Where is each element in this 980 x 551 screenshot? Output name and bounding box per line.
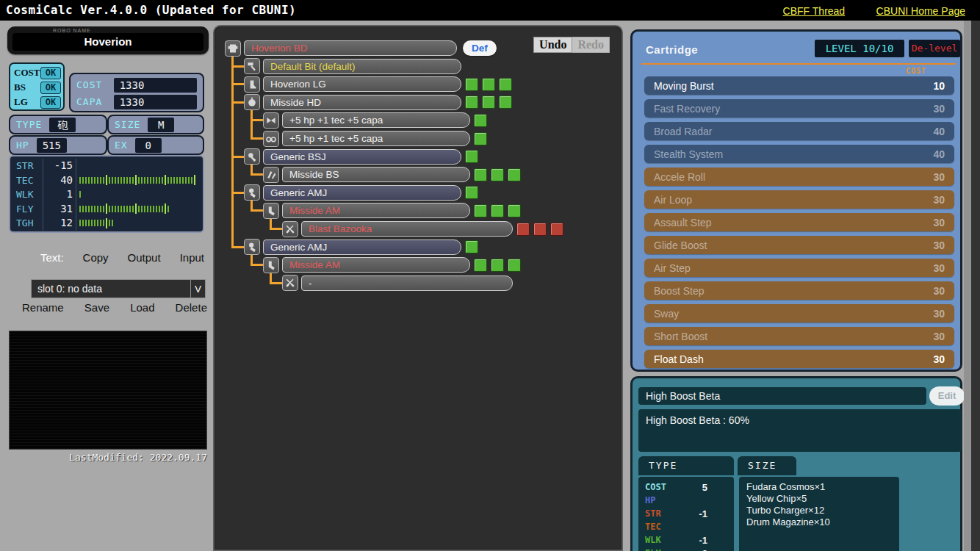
slot-square[interactable] <box>499 96 512 109</box>
field-size: SIZEM <box>107 115 204 134</box>
weapon-icon[interactable] <box>282 275 298 291</box>
cartridge-row[interactable]: Air Loop30 <box>644 190 954 209</box>
arm-icon[interactable] <box>263 257 279 273</box>
link-cbuni-home[interactable]: CBUNI Home Page <box>872 5 970 17</box>
save-slot-dropdown[interactable]: slot 0: no data V <box>31 279 206 298</box>
cartridge-row[interactable]: Short Boost30 <box>644 327 954 345</box>
cartridge-row[interactable]: Glide Boost30 <box>644 236 954 254</box>
robo-name-plate: ROBO NAME Hoverion <box>7 26 209 54</box>
slot-square[interactable] <box>474 259 487 272</box>
tune-stat-label: HP <box>638 495 672 505</box>
slot-square[interactable] <box>465 78 478 91</box>
edit-button[interactable]: Edit <box>929 386 965 406</box>
arm-icon[interactable] <box>263 203 279 219</box>
cartridge-name: Moving Burst <box>654 80 714 92</box>
stat-tick <box>159 206 160 212</box>
tab-size[interactable]: SIZE <box>738 456 796 475</box>
leg-icon[interactable] <box>244 76 260 93</box>
cartridge-row[interactable]: Assault Step30 <box>644 213 954 231</box>
slot-square[interactable] <box>499 78 512 91</box>
tune-name-field[interactable]: High Boost Beta <box>638 387 926 405</box>
stat-label: TGH <box>10 217 43 228</box>
slot-square[interactable] <box>491 204 504 217</box>
slot-rename-button[interactable]: Rename <box>22 301 64 314</box>
redo-button[interactable]: Redo <box>572 37 610 53</box>
slot-delete-button[interactable]: Delete <box>176 301 207 314</box>
slot-load-button[interactable]: Load <box>130 301 154 314</box>
slot-square[interactable] <box>482 78 495 91</box>
part-bar[interactable]: Misside AM <box>282 257 470 273</box>
cartridge-row[interactable]: Broad Radar40 <box>644 122 954 140</box>
cartridge-row[interactable]: Fast Recovery30 <box>644 99 954 118</box>
slot-square[interactable] <box>474 204 487 217</box>
slot-square[interactable] <box>465 96 478 109</box>
text-copy-button[interactable]: Copy <box>83 251 109 264</box>
body-icon[interactable] <box>225 40 241 57</box>
part-bar[interactable]: Generic AMJ <box>263 185 461 201</box>
part-bar[interactable]: - <box>301 276 513 291</box>
part-bar[interactable]: Blast Bazooka <box>301 221 513 237</box>
undo-button[interactable]: Undo <box>533 37 572 53</box>
part-bar[interactable]: Default Bit (default) <box>263 59 461 74</box>
tune-stat-value: 2 <box>672 548 707 551</box>
stat-value: -15 <box>43 159 76 173</box>
robot-stats: STR-15TEC40WLK1FLY31TGH12 <box>9 155 204 233</box>
stat-tick <box>162 177 163 184</box>
part-bar[interactable]: +5 hp +1 tec +5 capa <box>282 131 470 146</box>
slot-square[interactable] <box>474 114 487 127</box>
text-input-button[interactable]: Input <box>180 251 204 264</box>
cartridge-row[interactable]: Sway30 <box>644 304 954 323</box>
field-label: TYPE <box>16 119 42 130</box>
weapon-icon[interactable] <box>282 221 298 237</box>
booster-icon[interactable] <box>263 167 279 183</box>
cartridge-row[interactable]: Float Dash30 <box>644 350 954 368</box>
cartridge-row[interactable]: Air Step30 <box>644 259 954 277</box>
slot-square[interactable] <box>465 186 478 199</box>
ribbon-icon[interactable] <box>263 112 279 129</box>
am-joint-icon[interactable] <box>244 239 260 255</box>
slot-square[interactable] <box>491 259 504 272</box>
slot-square[interactable] <box>465 240 478 253</box>
tree-node: Hoverion BDDef <box>225 40 497 57</box>
slot-square[interactable] <box>474 132 487 145</box>
stat-tick <box>112 206 113 212</box>
slot-square[interactable] <box>550 223 563 236</box>
part-bar[interactable]: Misside BS <box>282 167 470 182</box>
slot-square[interactable] <box>474 168 487 181</box>
cartridge-row[interactable]: Boost Step30 <box>644 281 954 300</box>
part-bar[interactable]: Misside AM <box>282 203 470 218</box>
slot-square[interactable] <box>508 168 521 181</box>
part-bar[interactable]: Misside HD <box>263 95 461 110</box>
slot-square[interactable] <box>482 96 495 109</box>
robo-name[interactable]: Hoverion <box>12 33 203 51</box>
slot-square[interactable] <box>508 259 521 272</box>
cartridge-cost: 30 <box>933 240 945 251</box>
slot-square[interactable] <box>508 204 521 217</box>
parts-tree-panel: Undo Redo Hoverion BDDefDefault Bit (def… <box>213 25 623 551</box>
cartridge-row[interactable]: Accele Roll30 <box>644 168 954 186</box>
tree-node: +5 hp +1 tec +5 capa <box>263 130 487 147</box>
part-bar[interactable]: +5 hp +1 tec +5 capa <box>282 112 470 128</box>
bs-joint-icon[interactable] <box>244 148 260 165</box>
part-bar[interactable]: Hoverion LG <box>263 76 461 92</box>
text-output-button[interactable]: Output <box>128 251 161 264</box>
link-cbff-thread[interactable]: CBFF Thread <box>779 5 850 17</box>
cartridge-row[interactable]: Stealth System40 <box>644 145 954 163</box>
delevel-button[interactable]: De-level <box>909 40 960 57</box>
bit-icon[interactable] <box>244 58 260 74</box>
slot-square[interactable] <box>533 223 547 236</box>
am-joint-icon[interactable] <box>244 184 260 201</box>
part-bar[interactable]: Generic AMJ <box>263 240 461 255</box>
stat-tick <box>106 204 107 214</box>
part-bar[interactable]: Generic BSJ <box>263 149 461 165</box>
slot-square[interactable] <box>491 168 504 181</box>
slot-save-button[interactable]: Save <box>84 301 109 314</box>
head-icon[interactable] <box>244 94 260 110</box>
tab-type[interactable]: TYPE <box>638 456 734 475</box>
cartridge-row[interactable]: Moving Burst10 <box>644 76 954 95</box>
slot-square[interactable] <box>465 150 478 163</box>
def-button[interactable]: Def <box>463 40 497 56</box>
glasses-icon[interactable] <box>263 131 279 147</box>
part-bar[interactable]: Hoverion BD <box>244 40 457 56</box>
slot-square[interactable] <box>516 223 530 236</box>
